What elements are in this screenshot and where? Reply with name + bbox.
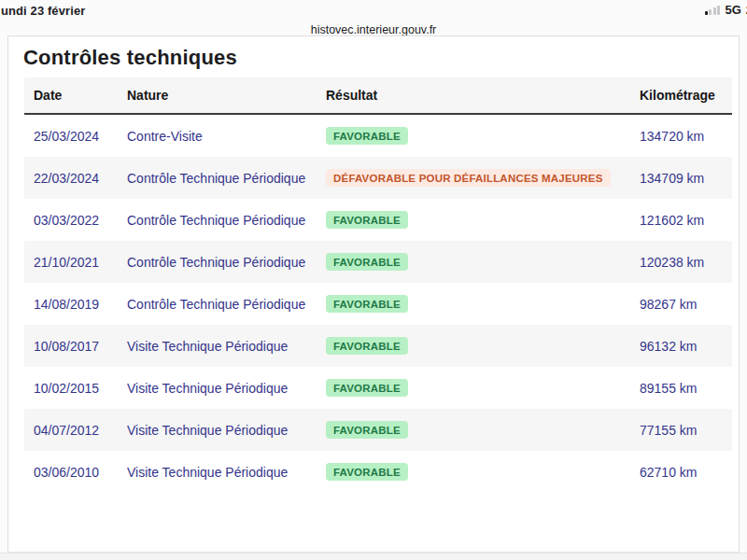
cell-kilometrage: 77155 km (640, 423, 732, 438)
cell-resultat: FAVORABLE (326, 211, 640, 229)
cell-date: 10/02/2015 (34, 381, 127, 396)
inspections-table: Date Nature Résultat Kilométrage 25/03/2… (24, 77, 732, 493)
cell-resultat: FAVORABLE (326, 253, 640, 271)
result-badge: FAVORABLE (326, 463, 408, 481)
table-row: 14/08/2019 Contrôle Technique Périodique… (24, 283, 732, 325)
cell-nature: Visite Technique Périodique (127, 423, 326, 438)
result-badge: FAVORABLE (326, 379, 408, 397)
status-bar: undi 23 février 5G 2 (0, 0, 747, 19)
cell-date: 25/03/2024 (34, 129, 127, 144)
table-body: 25/03/2024 Contre-Visite FAVORABLE 13472… (24, 115, 732, 493)
result-badge: FAVORABLE (326, 211, 408, 229)
table-row: 04/07/2012 Visite Technique Périodique F… (24, 409, 732, 451)
column-header-kilometrage: Kilométrage (640, 88, 732, 103)
table-row: 03/03/2022 Contrôle Technique Périodique… (24, 199, 732, 241)
web-page: Contrôles techniques Date Nature Résulta… (7, 35, 740, 553)
table-row: 21/10/2021 Contrôle Technique Périodique… (24, 241, 732, 283)
cell-resultat: DÉFAVORABLE POUR DÉFAILLANCES MAJEURES (326, 169, 640, 187)
cell-kilometrage: 134720 km (640, 129, 732, 144)
cell-resultat: FAVORABLE (326, 295, 640, 313)
status-date: undi 23 février (1, 4, 85, 18)
table-header-row: Date Nature Résultat Kilométrage (24, 77, 732, 115)
result-badge: DÉFAVORABLE POUR DÉFAILLANCES MAJEURES (326, 169, 611, 187)
column-header-resultat: Résultat (326, 88, 640, 103)
cell-kilometrage: 89155 km (640, 381, 732, 396)
cell-date: 10/08/2017 (34, 339, 127, 354)
table-row: 10/02/2015 Visite Technique Périodique F… (24, 367, 732, 409)
result-badge: FAVORABLE (326, 253, 408, 271)
network-type-label: 5G (725, 3, 740, 17)
device-screen: undi 23 février 5G 2 histovec.interieur.… (0, 0, 747, 560)
result-badge: FAVORABLE (326, 295, 408, 313)
cellular-signal-icon (705, 6, 721, 15)
cell-resultat: FAVORABLE (326, 337, 640, 355)
cell-date: 22/03/2024 (34, 171, 127, 186)
browser-bottom-edge (0, 553, 747, 560)
result-badge: FAVORABLE (326, 337, 408, 355)
cell-date: 03/06/2010 (34, 465, 127, 480)
cell-nature: Contrôle Technique Périodique (127, 297, 326, 312)
cell-resultat: FAVORABLE (326, 127, 640, 145)
table-row: 03/06/2010 Visite Technique Périodique F… (24, 451, 732, 493)
cell-date: 03/03/2022 (34, 213, 127, 228)
cell-nature: Contrôle Technique Périodique (127, 213, 326, 228)
table-row: 22/03/2024 Contrôle Technique Périodique… (24, 157, 732, 199)
cell-date: 21/10/2021 (34, 255, 127, 270)
column-header-nature: Nature (127, 88, 326, 103)
status-right-cluster: 5G 2 (705, 3, 747, 17)
cell-nature: Contrôle Technique Périodique (127, 255, 326, 270)
cell-kilometrage: 96132 km (640, 339, 732, 354)
url-text: histovec.interieur.gouv.fr (311, 23, 437, 36)
cell-kilometrage: 134709 km (640, 171, 732, 186)
page-title: Contrôles techniques (23, 45, 739, 71)
cell-kilometrage: 120238 km (640, 255, 732, 270)
cell-kilometrage: 98267 km (640, 297, 732, 312)
result-badge: FAVORABLE (326, 127, 408, 145)
cell-date: 04/07/2012 (34, 423, 127, 438)
browser-address-bar[interactable]: histovec.interieur.gouv.fr (0, 21, 747, 35)
cell-date: 14/08/2019 (34, 297, 127, 312)
cell-resultat: FAVORABLE (326, 379, 640, 397)
cell-resultat: FAVORABLE (326, 463, 640, 481)
cell-kilometrage: 121602 km (640, 213, 732, 228)
cell-nature: Visite Technique Périodique (127, 465, 326, 480)
cell-nature: Contrôle Technique Périodique (127, 171, 326, 186)
cell-nature: Visite Technique Périodique (127, 339, 326, 354)
table-row: 25/03/2024 Contre-Visite FAVORABLE 13472… (24, 115, 732, 157)
cell-nature: Visite Technique Périodique (127, 381, 326, 396)
cell-nature: Contre-Visite (127, 129, 326, 144)
cell-kilometrage: 62710 km (640, 465, 732, 480)
column-header-date: Date (34, 88, 127, 103)
result-badge: FAVORABLE (326, 421, 408, 439)
cell-resultat: FAVORABLE (326, 421, 640, 439)
table-row: 10/08/2017 Visite Technique Périodique F… (24, 325, 732, 367)
